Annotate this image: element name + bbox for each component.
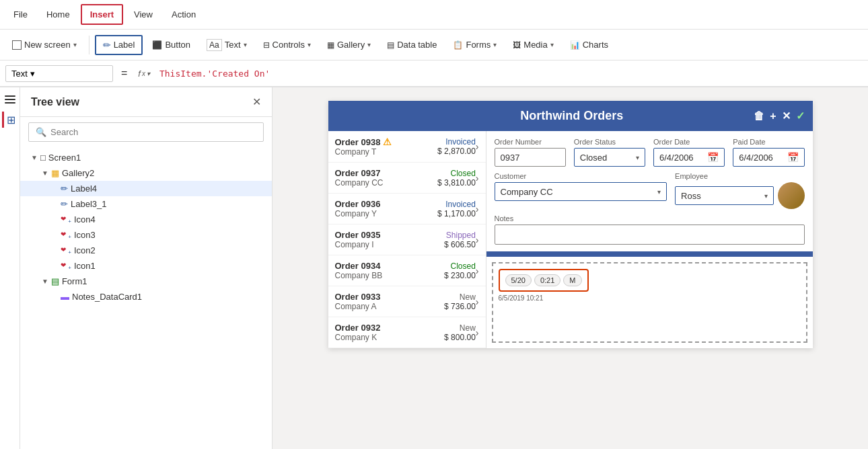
row-0935-chevron: › <box>476 235 479 245</box>
menu-action[interactable]: Action <box>164 5 204 24</box>
customer-input[interactable]: Company CC ▾ <box>495 182 667 201</box>
media-chevron: ▾ <box>550 41 554 48</box>
check-icon[interactable]: ✓ <box>796 110 805 122</box>
notes-input[interactable] <box>495 225 805 245</box>
row-0932-company: Company K <box>335 333 445 342</box>
tree-item-icon2[interactable]: ▶ ❤ + Icon2 <box>20 243 272 258</box>
tree-view-label: Tree view <box>31 96 79 108</box>
fx-x: x <box>142 70 145 77</box>
charts-icon: 📊 <box>570 40 580 50</box>
add-icon[interactable]: + <box>770 110 776 122</box>
gallery-icon: ▦ <box>327 40 334 50</box>
row-0936-chevron: › <box>476 204 479 214</box>
row-0938-amount: $ 2,870.00 <box>437 147 476 156</box>
new-screen-label: New screen <box>24 40 71 50</box>
order-date-group: Order Date 6/4/2006 📅 <box>653 138 725 167</box>
tree-item-form1[interactable]: ▼ ▤ Form1 <box>20 274 272 289</box>
label-button[interactable]: ✏ Label <box>95 35 143 55</box>
row-0937-chevron: › <box>476 173 479 183</box>
button-button[interactable]: ⬛ Button <box>145 36 197 53</box>
order-status-input[interactable]: Closed ▾ <box>574 148 645 167</box>
row-0935-right: Shipped $ 606.50 <box>444 231 476 249</box>
fx-indicator: f x ▾ <box>135 69 153 79</box>
gallery-row-0934[interactable]: Order 0934 Company BB Closed $ 230.00 › <box>328 255 486 286</box>
order-number-input[interactable]: 0937 <box>495 148 566 167</box>
button-icon: ⬛ <box>152 40 162 50</box>
data-table-button[interactable]: ▤ Data table <box>380 36 443 53</box>
tree-close-button[interactable]: ✕ <box>252 95 261 108</box>
search-input[interactable] <box>50 127 256 137</box>
tree-item-icon4[interactable]: ▶ ❤ + Icon4 <box>20 212 272 227</box>
notes-datacard-icon: ▬ <box>61 292 69 302</box>
menu-bar: File Home Insert View Action <box>0 0 868 30</box>
menu-view[interactable]: View <box>126 5 161 24</box>
gallery-button[interactable]: ▦ Gallery ▾ <box>320 36 377 53</box>
text-button[interactable]: Aa Text ▾ <box>200 36 254 54</box>
label-icon: ✏ <box>103 40 111 50</box>
controls-button[interactable]: ⊟ Controls ▾ <box>256 36 318 53</box>
charts-button[interactable]: 📊 Charts <box>563 36 615 53</box>
forms-button[interactable]: 📋 Forms ▾ <box>446 36 503 53</box>
gallery-header: Northwind Orders 🗑 + ✕ ✓ <box>328 101 813 131</box>
menu-home[interactable]: Home <box>38 5 78 24</box>
gallery-row-0935[interactable]: Order 0935 Company I Shipped $ 606.50 › <box>328 225 486 255</box>
tree-item-icon3[interactable]: ▶ ❤ + Icon3 <box>20 227 272 243</box>
button-label: Button <box>165 40 190 50</box>
tree-title: Tree view <box>31 96 79 108</box>
tree-panel: Tree view ✕ 🔍 ▼ □ Screen1 ▼ ▦ Gallery2 <box>20 87 273 449</box>
gallery-icon-tree: ▦ <box>51 168 59 178</box>
gallery-row-0937[interactable]: Order 0937 Company CC Closed $ 3,810.00 … <box>328 163 486 194</box>
tree-item-label4[interactable]: ▶ ✏ Label4 <box>20 181 272 196</box>
order-number-value: 0937 <box>501 153 520 163</box>
gallery-row-0932[interactable]: Order 0932 Company K New $ 800.00 › <box>328 317 486 348</box>
field-dropdown[interactable]: Text ▾ <box>5 65 113 82</box>
paid-date-label: Paid Date <box>733 138 804 146</box>
customer-label: Customer <box>495 172 667 180</box>
row-0934-order: Order 0934 <box>335 261 445 271</box>
media-label: Media <box>523 40 547 50</box>
hamburger-line-3 <box>5 102 15 104</box>
icon2-tree-icon: ❤ + <box>61 246 71 255</box>
tree-item-screen1[interactable]: ▼ □ Screen1 <box>20 150 272 165</box>
icon2-label: Icon2 <box>74 245 266 255</box>
hamburger-menu[interactable] <box>2 93 18 106</box>
paid-date-calendar-icon[interactable]: 📅 <box>787 152 799 163</box>
formula-input[interactable] <box>157 66 863 81</box>
tree-item-gallery2[interactable]: ▼ ▦ Gallery2 <box>20 165 272 181</box>
employee-chevron: ▾ <box>764 192 768 200</box>
customer-value: Company CC <box>501 187 553 197</box>
row-0936-status: Invoiced <box>437 200 476 209</box>
text-chevron: ▾ <box>244 41 247 48</box>
tree-item-icon1[interactable]: ▶ ❤ + Icon1 <box>20 258 272 274</box>
gallery-row-0936[interactable]: Order 0936 Company Y Invoiced $ 1,170.00… <box>328 194 486 225</box>
tree-item-notes-datacard1[interactable]: ▶ ▬ Notes_DataCard1 <box>20 289 272 304</box>
new-screen-button[interactable]: New screen ▾ <box>5 36 83 53</box>
search-box[interactable]: 🔍 <box>28 122 264 142</box>
tree-item-label3-1[interactable]: ▶ ✏ Label3_1 <box>20 196 272 212</box>
order-date-calendar-icon[interactable]: 📅 <box>707 152 719 163</box>
date-pill-3: M <box>563 274 581 286</box>
order-number-label: Order Number <box>495 138 566 146</box>
formula-bar: Text ▾ = f x ▾ <box>0 60 868 87</box>
icon1-tree-icon: ❤ + <box>61 261 71 271</box>
employee-row: Ross ▾ <box>675 182 804 209</box>
layers-icon[interactable]: ⊞ <box>2 112 18 128</box>
gallery-row-0938[interactable]: Order 0938 ⚠ Company T Invoiced $ 2,870.… <box>328 131 486 163</box>
field-row-notes: Notes <box>495 214 805 245</box>
menu-insert[interactable]: Insert <box>81 4 123 25</box>
notes-datacard-label: Notes_DataCard1 <box>72 292 266 302</box>
employee-input[interactable]: Ross ▾ <box>675 186 773 205</box>
paid-date-input[interactable]: 6/4/2006 📅 <box>733 148 804 167</box>
gallery-label: Gallery <box>337 40 365 50</box>
row-0932-chevron: › <box>476 327 479 338</box>
screen1-label: Screen1 <box>48 153 266 163</box>
close-icon[interactable]: ✕ <box>782 110 791 122</box>
menu-file[interactable]: File <box>5 5 36 24</box>
media-button[interactable]: 🖼 Media ▾ <box>506 36 560 53</box>
trash-icon[interactable]: 🗑 <box>754 110 764 122</box>
order-number-group: Order Number 0937 <box>495 138 566 167</box>
formula-chevron: ▾ <box>147 70 150 77</box>
order-date-input[interactable]: 6/4/2006 📅 <box>653 148 725 167</box>
gallery-row-0933[interactable]: Order 0933 Company A New $ 736.00 › <box>328 286 486 317</box>
bottom-section: 5/20 0:21 M 6/5/2019 10:21 <box>492 262 807 343</box>
